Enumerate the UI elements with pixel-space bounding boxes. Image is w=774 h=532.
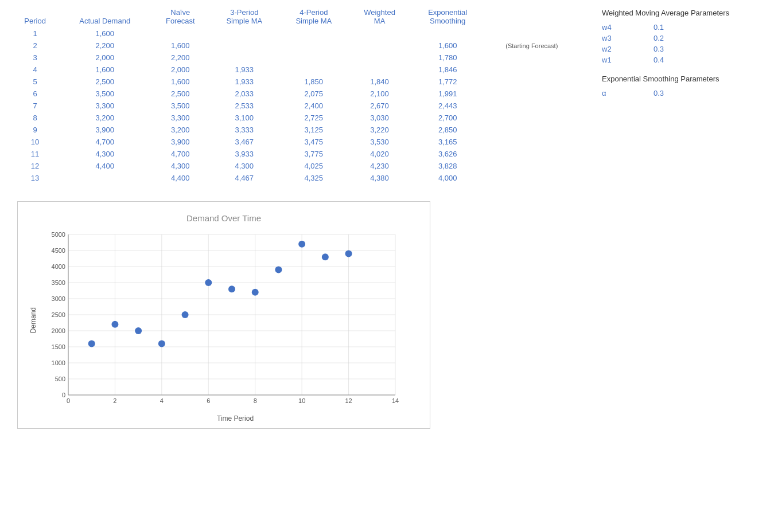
- table-cell: 2,400: [279, 100, 348, 112]
- table-cell: 1,600: [411, 40, 485, 52]
- table-row: 104,7003,9003,4673,4753,5303,165: [11, 136, 579, 148]
- table-cell: 4,000: [411, 172, 485, 184]
- table-cell: 2,500: [151, 88, 209, 100]
- svg-text:4000: 4000: [52, 263, 65, 270]
- table-cell: 1,600: [151, 40, 209, 52]
- param-label: α: [602, 89, 619, 97]
- table-row: 93,9003,2003,3333,1253,2202,850: [11, 124, 579, 136]
- table-cell: 3,200: [151, 124, 209, 136]
- table-cell: 4,400: [59, 160, 151, 172]
- data-point: [88, 340, 95, 347]
- forecast-table: Period Actual Demand NaïveForecast 3-Per…: [11, 6, 579, 184]
- table-row: 22,2001,6001,600(Starting Forecast): [11, 40, 579, 52]
- table-cell: 3,125: [279, 124, 348, 136]
- table-cell: [209, 28, 279, 40]
- table-cell: 7: [11, 100, 59, 112]
- table-cell: 2,500: [59, 76, 151, 88]
- data-point: [182, 311, 189, 318]
- table-cell: 1,600: [59, 64, 151, 76]
- table-cell: 3,900: [151, 136, 209, 148]
- table-cell: 9: [11, 124, 59, 136]
- svg-text:4: 4: [160, 397, 164, 404]
- table-cell: 2,200: [59, 40, 151, 52]
- table-cell: 2,670: [348, 100, 410, 112]
- table-cell: 2,850: [411, 124, 485, 136]
- table-cell: 4,300: [151, 160, 209, 172]
- table-cell: 5: [11, 76, 59, 88]
- wma-params-list: w40.1w30.2w20.3w10.4: [602, 22, 763, 65]
- table-cell: [411, 28, 485, 40]
- table-row: 73,3003,5002,5332,4002,6702,443: [11, 100, 579, 112]
- table-cell: 3,333: [209, 124, 279, 136]
- svg-text:500: 500: [55, 375, 65, 382]
- col-header-3period: 3-PeriodSimple MA: [209, 6, 279, 28]
- svg-text:10: 10: [298, 397, 305, 404]
- table-cell: 3,500: [59, 88, 151, 100]
- table-cell: 3,200: [59, 112, 151, 124]
- table-cell: 1,772: [411, 76, 485, 88]
- param-label: w1: [602, 56, 619, 64]
- exp-param-row: α0.3: [602, 88, 763, 99]
- table-cell: 4,230: [348, 160, 410, 172]
- data-point: [345, 251, 352, 257]
- svg-text:4500: 4500: [52, 247, 65, 254]
- table-cell: 3,300: [151, 112, 209, 124]
- table-cell: 1,780: [411, 52, 485, 64]
- table-cell: 2,725: [279, 112, 348, 124]
- table-cell: [209, 52, 279, 64]
- table-row: 83,2003,3003,1002,7253,0302,700: [11, 112, 579, 124]
- table-cell: 3,300: [59, 100, 151, 112]
- table-cell: 4,300: [59, 148, 151, 160]
- table-cell: 8: [11, 112, 59, 124]
- table-cell: 13: [11, 172, 59, 184]
- table-cell: (Starting Forecast): [485, 40, 579, 52]
- col-header-actual: Actual Demand: [59, 6, 151, 28]
- col-header-period: Period: [11, 6, 59, 28]
- table-cell: 4,467: [209, 172, 279, 184]
- table-cell: [279, 52, 348, 64]
- table-cell: 12: [11, 160, 59, 172]
- table-cell: 4,325: [279, 172, 348, 184]
- table-cell: 4,020: [348, 148, 410, 160]
- table-cell: 2,075: [279, 88, 348, 100]
- table-cell: 3,828: [411, 160, 485, 172]
- table-cell: 1,933: [209, 76, 279, 88]
- table-cell: 4,700: [59, 136, 151, 148]
- table-row: 32,0002,2001,780: [11, 52, 579, 64]
- table-cell: 2,000: [59, 52, 151, 64]
- table-cell: 1,846: [411, 64, 485, 76]
- table-cell: [348, 64, 410, 76]
- chart-svg: 0500100015002000250030003500400045005000…: [40, 229, 407, 412]
- table-cell: [485, 136, 579, 148]
- svg-text:2000: 2000: [52, 327, 65, 334]
- table-cell: 1,600: [151, 76, 209, 88]
- table-cell: 4,400: [151, 172, 209, 184]
- table-cell: [485, 112, 579, 124]
- svg-text:0: 0: [67, 397, 70, 404]
- table-cell: 1,850: [279, 76, 348, 88]
- table-cell: 3,100: [209, 112, 279, 124]
- table-cell: [485, 76, 579, 88]
- table-cell: 2,700: [411, 112, 485, 124]
- data-point: [275, 267, 282, 273]
- table-cell: 4,025: [279, 160, 348, 172]
- table-row: 52,5001,6001,9331,8501,8401,772: [11, 76, 579, 88]
- param-label: w3: [602, 34, 619, 42]
- table-cell: 2,443: [411, 100, 485, 112]
- table-cell: 2,100: [348, 88, 410, 100]
- svg-text:12: 12: [345, 397, 352, 404]
- table-cell: [485, 100, 579, 112]
- table-cell: 1,600: [59, 28, 151, 40]
- svg-text:3500: 3500: [52, 279, 65, 286]
- svg-text:0: 0: [62, 392, 65, 398]
- param-value: 0.1: [654, 23, 664, 32]
- table-cell: 3,220: [348, 124, 410, 136]
- col-header-note: [485, 6, 579, 28]
- chart-area: Demand Over Time Demand 0500100015002000…: [17, 201, 430, 429]
- col-header-4period: 4-PeriodSimple MA: [279, 6, 348, 28]
- table-cell: [485, 172, 579, 184]
- table-cell: 3,775: [279, 148, 348, 160]
- y-axis-label: Demand: [29, 307, 37, 333]
- data-point: [135, 327, 142, 334]
- table-row: 63,5002,5002,0332,0752,1001,991: [11, 88, 579, 100]
